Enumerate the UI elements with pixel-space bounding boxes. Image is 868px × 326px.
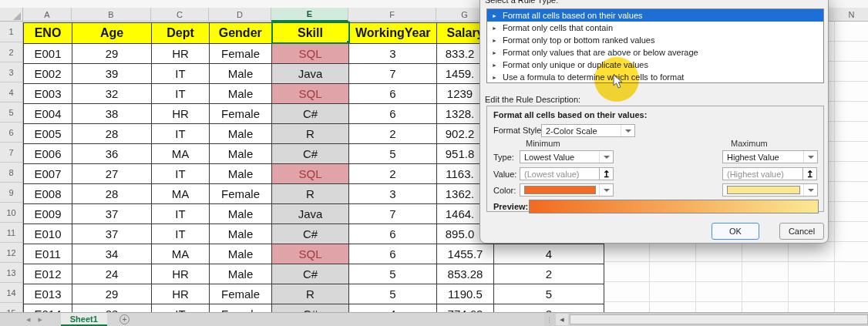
cell-skill-row9[interactable]: R	[272, 183, 349, 203]
column-header-C[interactable]: C	[151, 8, 209, 22]
cell-dept-row13[interactable]: HR	[152, 264, 210, 284]
cell-age-row8[interactable]: 27	[72, 163, 152, 183]
cell-gender-row11[interactable]: Male	[210, 223, 272, 244]
scrollbar-thumb[interactable]	[570, 314, 868, 324]
rule-type-item[interactable]: ►Format only values that are above or be…	[487, 46, 823, 59]
cell-age-row6[interactable]: 28	[72, 123, 152, 143]
cell-years-row3[interactable]: 7	[349, 63, 437, 83]
cell-salary-row13[interactable]: 853.28	[437, 264, 494, 284]
rule-type-item[interactable]: ►Format only unique or duplicate values	[487, 59, 823, 71]
header-cell-Dept[interactable]: Dept	[152, 22, 210, 43]
cell-gender-row10[interactable]: Male	[210, 203, 272, 223]
cell-skill-row10[interactable]: Java	[272, 203, 349, 223]
cell-skill-row11[interactable]: C#	[272, 223, 349, 244]
cell-gender-row2[interactable]: Female	[210, 43, 272, 63]
cell-age-row4[interactable]: 32	[72, 83, 152, 103]
select-all-corner[interactable]	[0, 8, 23, 22]
cell-dept-row7[interactable]: MA	[152, 143, 210, 163]
cell-gender-row13[interactable]: Male	[210, 264, 272, 284]
cell-years-row8[interactable]: 2	[349, 163, 437, 183]
cell-age-row2[interactable]: 29	[72, 43, 152, 63]
cell-gender-row7[interactable]: Male	[210, 143, 272, 163]
cell-dept-row4[interactable]: IT	[152, 83, 210, 103]
cell-skill-row13[interactable]: C#	[272, 264, 349, 284]
cell-eno-row5[interactable]: E004	[24, 103, 72, 123]
cell-gender-row8[interactable]: Male	[210, 163, 272, 183]
cell-h-row13[interactable]: 2	[494, 264, 604, 284]
cell-years-row14[interactable]: 5	[349, 284, 437, 304]
cell-age-row7[interactable]: 36	[72, 143, 152, 163]
cell-skill-row4[interactable]: SQL	[272, 83, 349, 103]
column-header-F[interactable]: F	[348, 8, 436, 22]
cell-years-row9[interactable]: 3	[349, 183, 437, 203]
row-header-4[interactable]: 4	[0, 82, 23, 103]
cell-gender-row9[interactable]: Female	[210, 183, 272, 203]
ok-button[interactable]: OK	[712, 223, 759, 240]
cell-age-row3[interactable]: 39	[72, 63, 152, 83]
scroll-left-arrow-icon[interactable]: ◀	[556, 314, 568, 325]
cell-skill-row5[interactable]: C#	[272, 103, 349, 123]
cell-years-row11[interactable]: 6	[349, 223, 437, 244]
cell-dept-row9[interactable]: MA	[152, 183, 210, 203]
cell-years-row13[interactable]: 5	[349, 264, 437, 284]
cell-dept-row3[interactable]: IT	[152, 63, 210, 83]
cell-skill-row3[interactable]: Java	[272, 63, 349, 83]
cell-eno-row3[interactable]: E002	[24, 63, 72, 83]
cell-skill-row7[interactable]: C#	[272, 143, 349, 163]
rule-type-item[interactable]: ►Format only top or bottom ranked values	[487, 34, 823, 46]
color-max-dropdown[interactable]	[722, 183, 818, 197]
cell-years-row5[interactable]: 6	[349, 103, 437, 123]
cell-eno-row2[interactable]: E001	[24, 43, 72, 63]
cell-age-row12[interactable]: 34	[72, 244, 152, 264]
row-header-10[interactable]: 10	[0, 203, 23, 223]
cell-dept-row5[interactable]: HR	[152, 103, 210, 123]
cell-age-row10[interactable]: 37	[72, 203, 152, 223]
cell-eno-row6[interactable]: E005	[24, 123, 72, 143]
value-max-input[interactable]: (Highest value)	[722, 167, 803, 180]
fill-handle[interactable]	[346, 40, 349, 43]
column-header-N[interactable]: N	[835, 8, 868, 22]
cell-eno-row4[interactable]: E003	[24, 83, 72, 103]
cell-skill-row12[interactable]: SQL	[272, 244, 349, 264]
cell-gender-row4[interactable]: Male	[210, 83, 272, 103]
cell-dept-row8[interactable]: IT	[152, 163, 210, 183]
column-header-A[interactable]: A	[23, 8, 72, 22]
cell-skill-row8[interactable]: SQL	[272, 163, 349, 183]
cell-eno-row8[interactable]: E007	[24, 163, 72, 183]
cell-gender-row3[interactable]: Male	[210, 63, 272, 83]
cell-eno-row10[interactable]: E009	[24, 203, 72, 223]
cell-years-row2[interactable]: 3	[349, 43, 437, 63]
header-cell-WorkingYear[interactable]: WorkingYear	[349, 22, 437, 43]
cell-dept-row12[interactable]: MA	[152, 244, 210, 264]
row-header-9[interactable]: 9	[0, 183, 23, 203]
row-header-13[interactable]: 13	[0, 263, 23, 283]
cell-salary-row12[interactable]: 1455.7	[437, 244, 494, 264]
cell-eno-row7[interactable]: E006	[24, 143, 72, 163]
cell-h-row14[interactable]: 5	[494, 284, 604, 304]
header-cell-Skill[interactable]: Skill	[272, 22, 349, 43]
cell-age-row14[interactable]: 29	[72, 284, 152, 304]
column-header-B[interactable]: B	[72, 8, 151, 22]
row-header-11[interactable]: 11	[0, 223, 23, 243]
cell-eno-row12[interactable]: E011	[24, 244, 72, 264]
cell-skill-row2[interactable]: SQL	[272, 43, 349, 63]
cell-h-row12[interactable]: 4	[494, 244, 604, 264]
header-cell-Gender[interactable]: Gender	[210, 22, 272, 43]
cell-years-row7[interactable]: 5	[349, 143, 437, 163]
sheet-nav-arrows-icon[interactable]: ◀▶	[26, 317, 50, 323]
cell-gender-row14[interactable]: Female	[210, 284, 272, 304]
value-min-picker-button[interactable]: ↥	[599, 167, 614, 180]
cell-eno-row14[interactable]: E013	[24, 284, 72, 304]
cell-years-row12[interactable]: 6	[349, 244, 437, 264]
rule-type-item[interactable]: ►Use a formula to determine which cells …	[487, 71, 823, 83]
color-min-dropdown[interactable]	[520, 183, 614, 197]
cell-years-row6[interactable]: 2	[349, 123, 437, 143]
row-header-2[interactable]: 2	[0, 42, 23, 62]
cell-gender-row5[interactable]: Female	[210, 103, 272, 123]
cell-dept-row2[interactable]: HR	[152, 43, 210, 63]
cell-years-row4[interactable]: 6	[349, 83, 437, 103]
rule-type-item[interactable]: ►Format only cells that contain	[487, 22, 823, 34]
cell-age-row9[interactable]: 28	[72, 183, 152, 203]
row-header-12[interactable]: 12	[0, 243, 23, 263]
cell-dept-row14[interactable]: HR	[152, 284, 210, 304]
